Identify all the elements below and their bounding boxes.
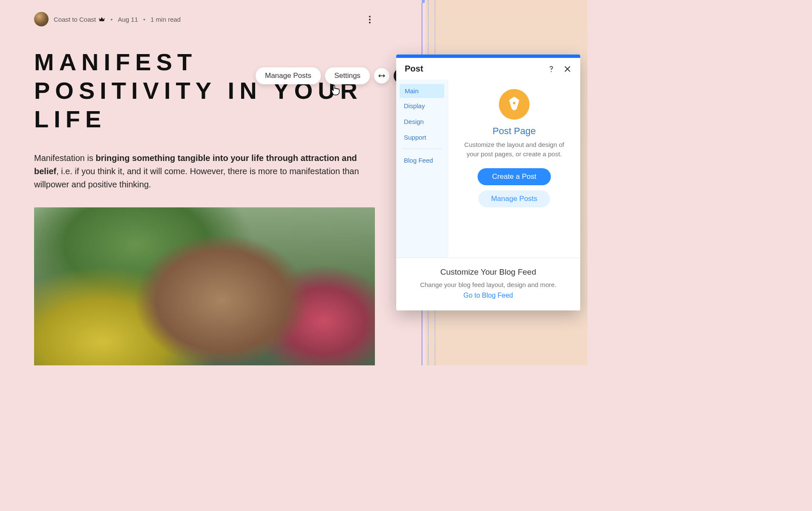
author-avatar[interactable]	[34, 12, 49, 26]
panel-help-icon[interactable]	[547, 65, 556, 73]
create-post-button[interactable]: Create a Post	[478, 168, 551, 185]
stretch-icon[interactable]	[374, 68, 389, 83]
author-name: Coast to Coast	[54, 16, 96, 23]
nav-item-support[interactable]: Support	[396, 129, 448, 145]
meta-separator: •	[110, 16, 112, 23]
post-more-menu[interactable]	[365, 14, 375, 25]
nav-item-blog-feed[interactable]: Blog Feed	[396, 152, 448, 168]
post-date: Aug 11	[118, 16, 138, 23]
footer-desc: Change your blog feed layout, design and…	[408, 280, 568, 289]
pen-nib-icon	[499, 89, 530, 120]
panel-accent-bar	[396, 55, 580, 58]
nav-divider	[402, 149, 442, 149]
panel-close-icon[interactable]	[563, 65, 572, 73]
go-to-blog-feed-link[interactable]: Go to Blog Feed	[464, 292, 513, 299]
manage-posts-button-panel[interactable]: Manage Posts	[478, 190, 550, 207]
post-settings-panel: Post Main Display Design Support Blog Fe…	[396, 55, 580, 310]
panel-nav: Main Display Design Support Blog Feed	[396, 80, 448, 258]
meta-separator: •	[143, 16, 145, 23]
nav-item-display[interactable]: Display	[396, 98, 448, 114]
post-title: Manifest Positivity in Your Life	[34, 48, 375, 134]
nav-item-design[interactable]: Design	[396, 114, 448, 129]
author-row[interactable]: Coast to Coast	[54, 16, 105, 23]
panel-title: Post	[405, 64, 423, 74]
nav-item-main[interactable]: Main	[400, 84, 444, 98]
post-body-suffix: , i.e. if you think it, and it will come…	[34, 167, 359, 189]
post-hero-image	[34, 207, 375, 365]
post-body: Manifestation is bringing something tang…	[34, 152, 375, 191]
post-container: Coast to Coast • Aug 11 • 1 min read Man…	[34, 12, 375, 365]
panel-footer: Customize Your Blog Feed Change your blo…	[396, 258, 580, 310]
post-body-prefix: Manifestation is	[34, 153, 96, 163]
post-meta: Coast to Coast • Aug 11 • 1 min read	[34, 12, 375, 26]
footer-heading: Customize Your Blog Feed	[408, 267, 568, 277]
panel-main: Post Page Customize the layout and desig…	[448, 80, 580, 258]
admin-crown-icon	[98, 17, 105, 22]
settings-button[interactable]: Settings	[325, 67, 370, 84]
panel-main-desc: Customize the layout and design of your …	[460, 140, 568, 159]
manage-posts-button[interactable]: Manage Posts	[256, 67, 321, 84]
panel-main-heading: Post Page	[460, 126, 568, 137]
post-read-time: 1 min read	[150, 16, 181, 23]
element-toolbar: Manage Posts Settings	[256, 67, 409, 84]
panel-header: Post	[396, 58, 580, 80]
cursor-pointer-icon	[330, 84, 340, 96]
